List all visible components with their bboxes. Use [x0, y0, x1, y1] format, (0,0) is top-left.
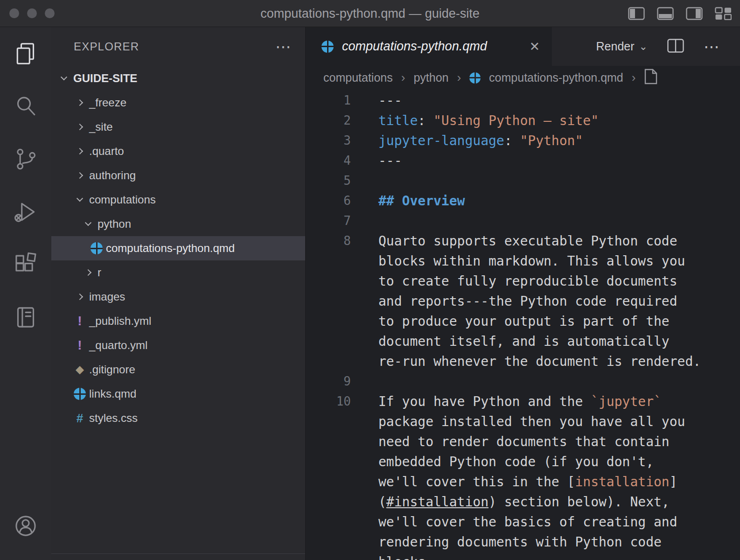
code-line[interactable]: 1---: [306, 91, 740, 111]
breadcrumb-separator-icon: ›: [401, 70, 405, 85]
customize-layout-icon[interactable]: [715, 7, 732, 20]
tree-item-label: styles.css: [89, 412, 138, 425]
accounts-icon[interactable]: [13, 513, 39, 539]
explorer-title: EXPLORER: [74, 40, 139, 53]
yaml-file-icon: !: [77, 314, 82, 329]
code-area[interactable]: 1---2title: "Using Python — site"3jupyte…: [306, 90, 740, 560]
tree-item-label: _quarto.yml: [89, 339, 147, 352]
quarto-icon: [74, 388, 86, 400]
tree-item-authoring[interactable]: authoring: [51, 163, 305, 188]
render-button[interactable]: Render ⌄: [596, 40, 648, 53]
toggle-secondary-sidebar-icon[interactable]: [686, 7, 703, 20]
tree-item-styles-css[interactable]: #styles.css: [51, 406, 305, 430]
code-line[interactable]: need to render documents that contain: [306, 432, 740, 452]
tree-item-computations-python-qmd[interactable]: computations-python.qmd: [51, 236, 305, 260]
explorer-icon[interactable]: [13, 41, 39, 67]
tree-item-label: r: [98, 266, 101, 279]
code-line[interactable]: 7: [306, 211, 740, 231]
code-line[interactable]: 6## Overview: [306, 191, 740, 211]
source-control-icon[interactable]: [13, 146, 39, 172]
code-line-text: document itself, and is automatically: [351, 331, 670, 351]
code-line[interactable]: 3jupyter-language: "Python": [306, 131, 740, 151]
code-line-text: re-run whenever the document is rendered…: [351, 351, 701, 371]
run-and-debug-icon[interactable]: [13, 199, 39, 225]
outline-section-header[interactable]: OUTLINE: [51, 553, 305, 560]
line-number: [306, 512, 351, 532]
tree-item--publish-yml[interactable]: !_publish.yml: [51, 309, 305, 333]
code-line[interactable]: 4---: [306, 151, 740, 171]
explorer-header: EXPLORER ⋯: [51, 27, 305, 66]
code-line[interactable]: to create fully reproducible documents: [306, 271, 740, 291]
tree-item--site[interactable]: _site: [51, 115, 305, 139]
code-line[interactable]: embedded Python code (if you don't,: [306, 452, 740, 472]
tree-item-label: authoring: [89, 169, 136, 182]
line-number: [306, 291, 351, 311]
tree-item-label: .gitignore: [89, 363, 135, 376]
code-line-text: we'll cover the basics of creating and: [351, 512, 677, 532]
line-number: [306, 331, 351, 351]
chevron-right-icon: [77, 294, 83, 300]
code-line-text: jupyter-language: "Python": [351, 131, 583, 151]
toggle-primary-sidebar-icon[interactable]: [628, 7, 645, 20]
chevron-right-icon: [77, 124, 83, 130]
tree-item-label: python: [98, 217, 131, 231]
editor-more-actions-icon[interactable]: ⋯: [704, 42, 719, 51]
chevron-right-icon: [77, 99, 83, 106]
code-line-text: blocks within markdown. This allows you: [351, 251, 685, 271]
split-editor-icon[interactable]: [667, 39, 684, 55]
tree-item-images[interactable]: images: [51, 285, 305, 309]
code-line-text: rendering documents with Python code: [351, 532, 662, 552]
tree-item-computations[interactable]: computations: [51, 188, 305, 212]
tree-item-links-qmd[interactable]: links.qmd: [51, 382, 305, 406]
code-line[interactable]: 8Quarto supports executable Python code: [306, 231, 740, 251]
code-line[interactable]: we'll cover this in the [installation]: [306, 472, 740, 492]
tree-item--quarto[interactable]: .quarto: [51, 139, 305, 163]
titlebar-layout-controls: [628, 0, 732, 27]
quarto-icon: [91, 242, 103, 254]
code-line[interactable]: re-run whenever the document is rendered…: [306, 351, 740, 371]
tab-computations-python[interactable]: computations-python.qmd ✕: [306, 27, 552, 66]
code-line[interactable]: blocks within markdown. This allows you: [306, 251, 740, 271]
line-number: 2: [306, 111, 351, 131]
tree-item--quarto-yml[interactable]: !_quarto.yml: [51, 333, 305, 357]
line-number: 6: [306, 191, 351, 211]
code-line[interactable]: we'll cover the basics of creating and: [306, 512, 740, 532]
chevron-down-icon: ⌄: [639, 41, 648, 53]
line-number: [306, 452, 351, 472]
search-icon[interactable]: [13, 93, 39, 119]
vscode-window: computations-python.qmd — guide-site: [0, 0, 740, 560]
code-line[interactable]: to produce your output is part of the: [306, 311, 740, 331]
chevron-down-icon: [61, 74, 67, 80]
breadcrumb-file[interactable]: computations-python.qmd: [489, 71, 623, 84]
code-line[interactable]: blocks.: [306, 552, 740, 560]
editor-group: computations-python.qmd ✕ Render ⌄ ⋯ com…: [306, 27, 740, 560]
tree-item-r[interactable]: r: [51, 260, 305, 285]
notebook-icon[interactable]: [13, 304, 39, 330]
tree-item--gitignore[interactable]: ◆.gitignore: [51, 357, 305, 382]
explorer-more-actions-icon[interactable]: ⋯: [275, 42, 291, 51]
code-line[interactable]: rendering documents with Python code: [306, 532, 740, 552]
code-line[interactable]: (#installation) section below). Next,: [306, 492, 740, 512]
extensions-icon[interactable]: [13, 252, 39, 278]
tree-item-python[interactable]: python: [51, 212, 305, 236]
breadcrumb-folder[interactable]: python: [413, 71, 448, 84]
code-line[interactable]: 2title: "Using Python — site": [306, 111, 740, 131]
line-number: 3: [306, 131, 351, 151]
code-line[interactable]: document itself, and is automatically: [306, 331, 740, 351]
line-number: 4: [306, 151, 351, 171]
tree-root-folder[interactable]: GUIDE-SITE: [51, 66, 305, 91]
code-line-text: [351, 371, 378, 392]
code-line-text: need to render documents that contain: [351, 432, 670, 452]
code-line-text: to produce your output is part of the: [351, 311, 670, 331]
tree-item--freeze[interactable]: _freeze: [51, 91, 305, 115]
code-line-text: to create fully reproducible documents: [351, 271, 677, 291]
close-tab-icon[interactable]: ✕: [529, 39, 540, 54]
toggle-panel-icon[interactable]: [657, 7, 674, 20]
file-symbol-icon: [644, 69, 658, 87]
code-line[interactable]: and reports---the Python code required: [306, 291, 740, 311]
code-line[interactable]: 5: [306, 171, 740, 191]
code-line[interactable]: 9: [306, 371, 740, 392]
code-line[interactable]: 10If you have Python and the `jupyter`: [306, 392, 740, 412]
code-line[interactable]: package installed then you have all you: [306, 412, 740, 432]
breadcrumb-folder[interactable]: computations: [323, 71, 393, 84]
